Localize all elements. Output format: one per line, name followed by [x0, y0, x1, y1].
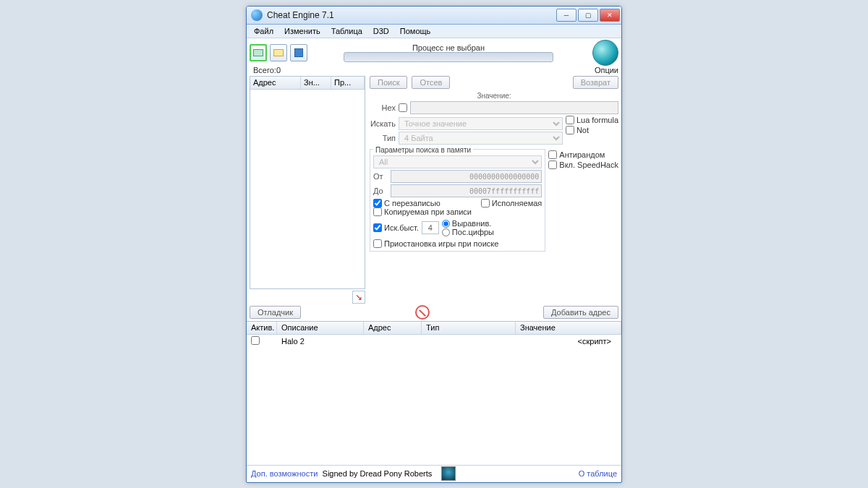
add-to-addresslist-button[interactable]: ↘ [352, 291, 365, 304]
menu-edit[interactable]: Изменить [279, 25, 326, 37]
col-val[interactable]: Значение [516, 322, 621, 334]
open-file-button[interactable] [270, 44, 287, 61]
add-address-button[interactable]: Добавить адрес [543, 306, 618, 319]
first-scan-button[interactable]: Поиск [370, 76, 407, 89]
memory-region-select[interactable]: All [373, 155, 542, 168]
cheatengine-logo-icon[interactable] [592, 40, 618, 66]
next-scan-button[interactable]: Отсев [412, 76, 450, 89]
speedhack-checkbox[interactable] [548, 160, 557, 169]
range-from-input[interactable] [391, 170, 542, 183]
to-label: До [373, 187, 388, 195]
col-previous[interactable]: Пр... [331, 77, 365, 89]
found-count-label: Всего:0 [250, 66, 284, 74]
extras-link[interactable]: Доп. возможности [251, 469, 318, 478]
col-description[interactable]: Описание [277, 322, 364, 334]
lastdigits-radio[interactable] [442, 228, 450, 236]
menu-help[interactable]: Помощь [395, 25, 436, 37]
fastscan-checkbox[interactable] [373, 223, 382, 232]
scantype-select[interactable]: Точное значение [399, 117, 563, 130]
row-active-checkbox[interactable] [251, 336, 260, 345]
lua-formula-checkbox[interactable] [566, 116, 574, 124]
select-process-button[interactable] [250, 44, 267, 61]
writable-checkbox[interactable] [373, 199, 382, 207]
col-type[interactable]: Тип [422, 322, 516, 334]
scan-results-list[interactable]: Адрес Зн... Пр... [250, 76, 365, 289]
scantype-label: Искать [370, 119, 396, 128]
valuetype-select[interactable]: 4 Байта [399, 132, 563, 145]
hex-label: Hex [370, 103, 396, 112]
process-status-label: Процесс не выбран [412, 43, 485, 52]
col-addr[interactable]: Адрес [364, 322, 422, 334]
window-title: Cheat Engine 7.1 [267, 10, 556, 20]
statusbar: Доп. возможности Signed by Dread Pony Ro… [247, 465, 621, 481]
save-button[interactable] [290, 44, 307, 61]
menubar: Файл Изменить Таблица D3D Помощь [247, 25, 621, 38]
fastscan-value-input[interactable] [422, 221, 439, 234]
row-value[interactable]: <скрипт> [520, 337, 617, 346]
menu-d3d[interactable]: D3D [368, 25, 394, 37]
col-value[interactable]: Зн... [301, 77, 331, 89]
row-description[interactable]: Halo 2 [281, 337, 368, 346]
close-button[interactable]: ✕ [600, 9, 620, 22]
value-label: Значение: [370, 92, 618, 100]
col-active[interactable]: Актив. [247, 322, 277, 334]
about-table-link[interactable]: О таблице [579, 469, 617, 478]
scan-panel: Поиск Отсев Возврат Значение: Hex Искать… [370, 76, 618, 304]
signed-by-label: Signed by Dread Pony Roberts [323, 469, 433, 478]
maximize-button[interactable]: ▢ [578, 9, 598, 22]
app-window: Cheat Engine 7.1 ─ ▢ ✕ Файл Изменить Таб… [246, 6, 622, 483]
copyonwrite-checkbox[interactable] [373, 207, 382, 216]
menu-file[interactable]: Файл [249, 25, 278, 37]
scan-progressbar [344, 52, 553, 62]
alignment-radio[interactable] [442, 220, 450, 228]
table-row[interactable]: Halo 2 <скрипт> [247, 335, 621, 348]
valuetype-label: Тип [370, 134, 396, 142]
col-address[interactable]: Адрес [250, 77, 301, 89]
undo-scan-button[interactable]: Возврат [573, 76, 618, 89]
scan-value-input[interactable] [410, 101, 618, 114]
author-avatar-icon [441, 466, 456, 481]
menu-table[interactable]: Таблица [326, 25, 367, 37]
hex-checkbox[interactable] [399, 103, 407, 112]
titlebar[interactable]: Cheat Engine 7.1 ─ ▢ ✕ [247, 7, 621, 25]
antirandom-checkbox[interactable] [548, 150, 557, 159]
not-checkbox[interactable] [566, 126, 574, 134]
no-process-icon [415, 305, 430, 320]
app-icon [251, 9, 263, 21]
options-link[interactable]: Опции [595, 66, 618, 74]
range-to-input[interactable] [391, 184, 542, 197]
debugger-button[interactable]: Отладчик [250, 306, 301, 319]
pause-game-checkbox[interactable] [373, 239, 382, 248]
executable-checkbox[interactable] [481, 199, 490, 207]
from-label: От [373, 172, 388, 181]
memory-group-label: Параметры поиска в памяти [373, 146, 473, 154]
minimize-button[interactable]: ─ [556, 9, 576, 22]
address-table: Актив. Описание Адрес Тип Значение Halo … [247, 321, 621, 465]
